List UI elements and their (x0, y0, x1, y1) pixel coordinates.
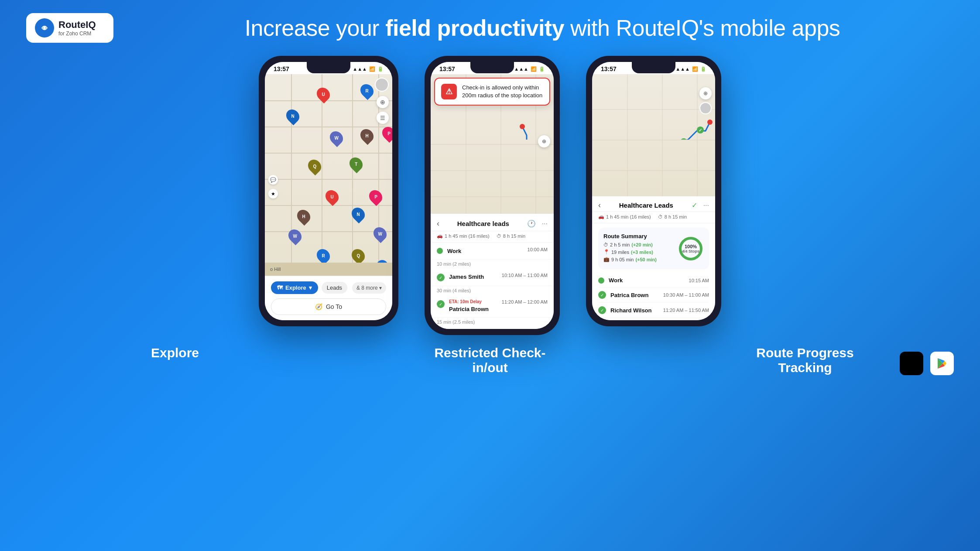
phone3-meta-drive: 🚗 1 h 45 min (16 miles) (598, 214, 651, 219)
goto-button[interactable]: 🧭 Go To (271, 298, 386, 315)
pin-n1: N (284, 107, 302, 125)
footer-labels: Explore Restricted Check-in/out Route Pr… (0, 335, 980, 384)
svg-text:✓: ✓ (699, 128, 702, 133)
ring-label: 100% 4/4 Stops (678, 236, 704, 262)
stop-work-info: Work (447, 247, 523, 255)
car-icon: 🚗 (437, 233, 443, 239)
phone2-route-header: ‹ Healthcare leads 🕐 ··· (431, 214, 554, 231)
phone1-star-btn[interactable]: ★ (268, 189, 278, 198)
phone2-more-icon[interactable]: ··· (542, 220, 548, 228)
work-icon: 💼 (603, 257, 610, 262)
stop-dot-check2: ✓ (437, 300, 445, 308)
progress-stops: Work 10:15 AM ✓ Patrica Brown 10:30 AM –… (592, 274, 715, 318)
explore-chevron: ▾ (309, 284, 312, 291)
leads-tag[interactable]: Leads (322, 282, 347, 294)
google-play-icon[interactable] (930, 352, 954, 375)
phone1-bottom: 🗺 Explore ▾ Leads & 8 more ▾ � (265, 276, 392, 320)
footer-label-2: Restricted Check-in/out (420, 346, 560, 375)
footer-label-1: Explore (105, 346, 245, 375)
phone-progress: 13:57 ▲▲▲📶🔋 (586, 56, 721, 326)
pin-u2: U (323, 188, 341, 206)
p-stop-work: Work 10:15 AM (598, 274, 709, 287)
phone2-locate-btn[interactable]: ⊕ (538, 135, 550, 147)
phone2-back-btn[interactable]: ‹ (437, 219, 439, 228)
phone2-notch (470, 62, 514, 73)
phone2-route-meta: 🚗 1 h 45 min (16 miles) ⏱ 8 h 15 min (431, 231, 554, 243)
more-label: & 8 more (356, 285, 378, 291)
stop-james-name: James Smith (449, 274, 484, 280)
stop-patricia-info: ETA: 10m Delay Patricia Brown (449, 299, 502, 313)
p-check-richard: ✓ (598, 306, 606, 314)
phone3-map: ✓ ✓ ✓ ✓ ⊕ (592, 74, 715, 196)
stop-patricia-time: 11:20 AM – 12:00 AM (502, 299, 548, 313)
p-stop-work-name: Work (609, 277, 685, 284)
phone1-chat-btn[interactable]: 💬 (268, 175, 278, 185)
pin-q1: Q (305, 157, 324, 175)
phone2-clock-icon: 🕐 (527, 219, 536, 228)
summary-stats: Route Summary ⏱ 2 h 5 min (+20 min) 📍 19… (603, 233, 672, 264)
goto-icon: 🧭 (315, 303, 322, 310)
headline-bold: field productivity (385, 15, 564, 41)
more-chevron: ▾ (379, 285, 382, 291)
phone1-place-label: o Hill (265, 263, 392, 276)
headline-part2: with RouteIQ's mobile apps (564, 15, 840, 41)
footer-store-icons (900, 352, 954, 375)
main-headline: Increase your field productivity with Ro… (131, 15, 954, 41)
p-stop-richard-name: Richard Wilson (610, 307, 659, 314)
phone3-more-icon[interactable]: ··· (703, 202, 709, 209)
dist-icon: 📍 (603, 249, 610, 255)
stop-michael: 3 ETA: 90m Early Michael Miller ➤ 📞 ✓ (431, 326, 554, 329)
alert-icon: ⚠ (441, 84, 457, 99)
pin-r2: R (314, 246, 332, 265)
car-icon3: 🚗 (598, 214, 604, 219)
phone1-notch (307, 62, 350, 73)
phone1-locate-btn[interactable]: ⊕ (377, 96, 389, 108)
phone3-screen: 13:57 ▲▲▲📶🔋 (592, 62, 715, 320)
phones-row: 13:57 ▲▲▲📶🔋 (0, 51, 980, 335)
stop-james-time: 10:10 AM – 11:00 AM (502, 273, 548, 278)
phone2-route-list: ‹ Healthcare leads 🕐 ··· 🚗 1 h 45 min (1… (431, 214, 554, 329)
phone3-back-btn[interactable]: ‹ (598, 201, 601, 210)
apple-store-icon[interactable] (900, 352, 923, 375)
headline-part1: Increase your (245, 15, 386, 41)
svg-point-18 (697, 127, 704, 133)
phone3-route-header: ‹ Healthcare Leads ✓ ··· (592, 196, 715, 212)
phone1-screen: 13:57 ▲▲▲📶🔋 (265, 62, 392, 320)
phone3-time: 13:57 (601, 65, 617, 72)
svg-point-1 (43, 27, 46, 29)
eta-delay-badge: ETA: 10m Delay (449, 299, 502, 304)
more-tag[interactable]: & 8 more ▾ (352, 282, 386, 294)
clock-icon3: ⏱ (658, 214, 663, 219)
explore-label: Explore (285, 284, 306, 291)
goto-label: Go To (326, 303, 342, 310)
footer-label-3: Route Progress Tracking (735, 346, 875, 375)
phone3-locate-btn[interactable]: ⊕ (699, 87, 712, 99)
phone3-route-meta: 🚗 1 h 45 min (16 miles) ⏱ 8 h 15 min (592, 212, 715, 223)
phone3-progress-content: ‹ Healthcare Leads ✓ ··· 🚗 1 h 45 min (1… (592, 196, 715, 320)
phone1-filter-btn[interactable]: ☰ (377, 112, 389, 124)
phone3-avatar-btn[interactable] (699, 102, 712, 114)
phone3-route-title: Healthcare Leads (604, 202, 688, 209)
alert-text: Check-in is allowed only within 200m rad… (462, 84, 543, 99)
pin-r1: R (358, 82, 376, 100)
logo-title: RouteIQ (58, 19, 96, 31)
summary-dist-row: 📍 19 miles (+3 miles) (603, 249, 672, 255)
explore-button[interactable]: 🗺 Explore ▾ (271, 281, 318, 294)
phone-checkin: 13:57 ▲▲▲📶🔋 ⚠ Check-in is allowed only w… (425, 56, 560, 335)
phone1-avatar-btn[interactable] (375, 78, 389, 92)
phone3-notch (632, 62, 675, 73)
header: RouteIQ for Zoho CRM Increase your field… (0, 0, 980, 51)
clock-icon: ⏱ (497, 233, 501, 239)
stop-james: ✓ James Smith 10:10 AM – 11:00 AM (431, 268, 554, 286)
leg-1: 10 min (2 miles) (431, 260, 554, 268)
checkin-alert: ⚠ Check-in is allowed only within 200m r… (434, 78, 550, 106)
phone2-route-title: Healthcare leads (443, 220, 524, 227)
p-check-patrica: ✓ (598, 291, 606, 299)
summary-work-row: 💼 9 h 05 min (+50 min) (603, 257, 672, 262)
phone3-status-icons: ▲▲▲📶🔋 (675, 66, 706, 72)
phone2-time: 13:57 (439, 65, 455, 72)
phone3-meta-time: ⏱ 8 h 15 min (658, 214, 687, 219)
stop-work-time: 10:00 AM (528, 247, 548, 252)
phone-explore: 13:57 ▲▲▲📶🔋 (259, 56, 398, 326)
pin-w2: W (286, 227, 304, 245)
